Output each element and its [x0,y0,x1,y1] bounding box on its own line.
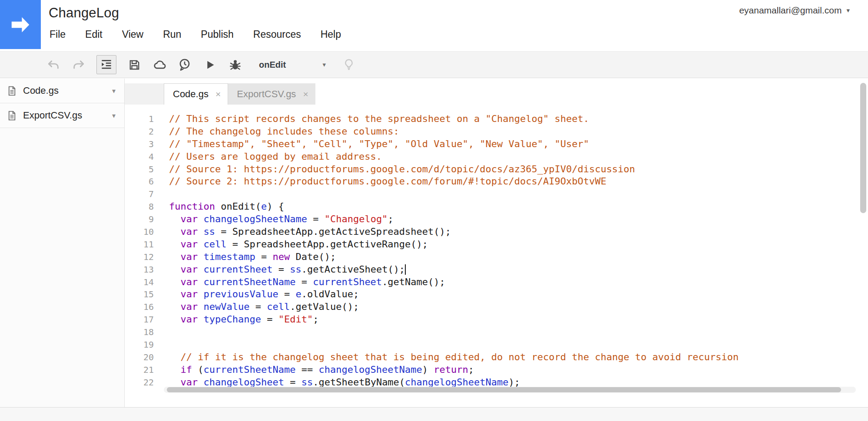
save-button[interactable] [127,57,142,72]
code-token: onEdit( [215,201,261,212]
code-line-2[interactable]: // The changelog includes these columns: [169,125,739,138]
code-token: newValue [204,301,250,312]
line-number: 1 [125,113,154,125]
code-token: = [278,289,296,299]
line-number: 12 [125,251,154,263]
code-token: = [255,251,273,262]
code-line-4[interactable]: // Users are logged by email address. [169,151,739,163]
file-name: ExportCSV.gs [23,110,106,121]
redo-button[interactable] [71,57,86,72]
code-line-11[interactable]: var cell = SpreadsheetApp.getActiveRange… [169,238,739,251]
code-line-10[interactable]: var ss = SpreadsheetApp.getActiveSpreads… [169,226,739,238]
code-token: ss [204,226,215,237]
code-line-21[interactable]: if (currentSheetName == changelogSheetNa… [169,364,739,376]
function-select[interactable]: onEdit ▾ [255,56,330,73]
undo-button[interactable] [46,57,61,72]
hint-button[interactable] [341,57,356,72]
code-lines[interactable]: // This script records changes to the sp… [154,113,739,389]
line-number: 13 [125,263,154,276]
code-token: // Source 1: https://productforums.googl… [169,164,635,174]
code-token: ; [468,364,474,375]
code-token [198,314,203,325]
apps-script-logo[interactable] [0,0,41,49]
code-token: timestamp [204,251,255,262]
code-line-17[interactable]: var typeChange = "Edit"; [169,313,739,326]
code-line-8[interactable]: function onEdit(e) { [169,201,739,213]
code-token: changelogSheetName [318,364,422,375]
code-token [169,301,181,312]
code-token: var [181,289,198,299]
code-line-16[interactable]: var newValue = cell.getValue(); [169,301,739,313]
code-token: var [181,214,198,224]
indent-button[interactable] [96,55,116,74]
code-line-13[interactable]: var currentSheet = ss.getActiveSheet(); [169,263,739,276]
line-number: 21 [125,364,154,376]
code-line-9[interactable]: var changelogSheetName = "Changelog"; [169,213,739,226]
chevron-down-icon: ▾ [322,61,326,69]
code-line-14[interactable]: var currentSheetName = currentSheet.getN… [169,276,739,289]
code-token [169,264,181,275]
code-token [169,226,181,237]
tab-codegs[interactable]: Code.gs × [164,83,228,105]
deploy-button[interactable] [152,57,167,72]
close-icon[interactable]: × [303,89,308,99]
code-line-19[interactable] [169,339,739,351]
menu-run[interactable]: Run [163,29,181,40]
code-token: ss [301,377,313,388]
line-number: 14 [125,276,154,289]
menu-help[interactable]: Help [321,29,341,40]
line-number: 15 [125,288,154,301]
project-title[interactable]: ChangeLog [49,5,119,21]
code-token: currentSheetName [204,364,296,375]
line-number: 22 [125,376,154,389]
function-select-value: onEdit [259,60,286,70]
code-area[interactable]: 12345678910111213141516171819202122 // T… [125,105,868,389]
horizontal-scrollbar-thumb[interactable] [167,387,841,392]
code-token: .getName(); [382,276,445,287]
file-icon [7,85,17,97]
code-token: .getValue(); [290,301,359,312]
code-token: var [181,239,198,250]
code-line-20[interactable]: // if it is the changelog sheet that is … [169,351,739,364]
code-line-6[interactable]: // Source 2: https://productforums.googl… [169,175,739,188]
sidebar-item-codegs[interactable]: Code.gs ▾ [0,79,124,103]
code-token: var [181,264,198,275]
account-menu[interactable]: eyanamallari@gmail.com ▾ [739,5,850,16]
code-line-1[interactable]: // This script records changes to the sp… [169,113,739,125]
menu-file[interactable]: File [50,29,66,40]
close-icon[interactable]: × [215,89,221,99]
chevron-down-icon[interactable]: ▾ [112,87,117,95]
code-token: == [295,364,318,375]
menu-view[interactable]: View [122,29,143,40]
code-token: // "Timestamp", "Sheet", "Cell", "Type",… [169,138,589,149]
code-token: typeChange [204,314,261,325]
menu-edit[interactable]: Edit [85,29,103,40]
debug-button[interactable] [228,57,242,72]
vertical-scrollbar[interactable] [860,83,866,213]
menu-publish[interactable]: Publish [201,29,233,40]
code-token: currentSheet [204,264,273,275]
code-token: ) [422,364,434,375]
code-line-3[interactable]: // "Timestamp", "Sheet", "Cell", "Type",… [169,138,739,151]
code-token: = SpreadsheetApp.getActiveRange(); [226,239,428,250]
code-line-5[interactable]: // Source 1: https://productforums.googl… [169,163,739,176]
code-line-12[interactable]: var timestamp = new Date(); [169,251,739,263]
execution-log-button[interactable] [177,57,192,72]
code-line-7[interactable] [169,188,739,201]
lightbulb-icon [342,58,355,71]
line-number: 18 [125,326,154,339]
code-token: ); [509,377,520,388]
horizontal-scrollbar-track[interactable] [164,387,856,393]
tab-exportcsvgs[interactable]: ExportCSV.gs × [228,83,315,105]
code-token: var [181,314,198,325]
indent-icon [100,58,113,71]
sidebar-item-exportcsvgs[interactable]: ExportCSV.gs ▾ [0,103,124,128]
line-number: 10 [125,226,154,238]
menu-resources[interactable]: Resources [253,29,301,40]
code-line-15[interactable]: var previousValue = e.oldValue; [169,288,739,301]
redo-icon [72,58,85,71]
code-line-18[interactable] [169,326,739,339]
chevron-down-icon[interactable]: ▾ [112,112,117,120]
run-button[interactable] [202,57,217,72]
account-email: eyanamallari@gmail.com [739,5,841,16]
